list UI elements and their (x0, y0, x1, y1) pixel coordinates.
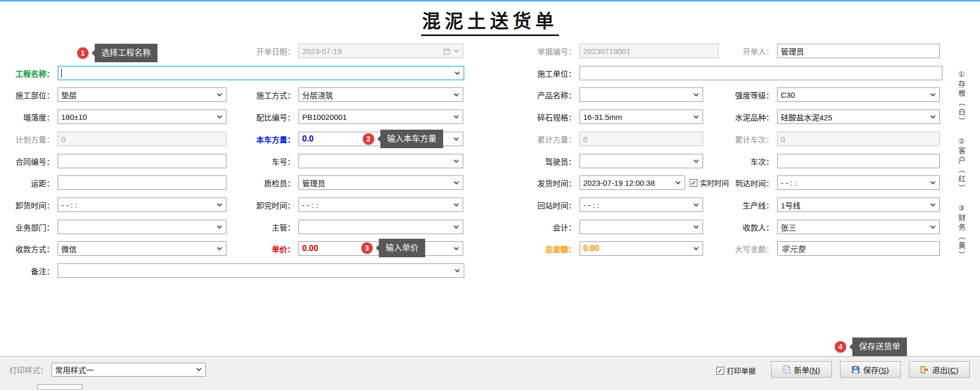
print-style-value: 常用样式一 (55, 364, 94, 375)
field-production-line: 生产线： 1号线 (705, 198, 940, 212)
field-unload-done-time: 卸完时间： - - : : (225, 198, 463, 212)
exit-button-text: 退出(C) (932, 364, 958, 375)
driver-select[interactable] (580, 154, 703, 168)
payment-method-select[interactable]: 微信 (58, 241, 226, 256)
chevron-down-icon (217, 245, 222, 251)
field-construction-unit: 施工单位： (509, 66, 942, 80)
field-contract-no: 合同编号： (1, 154, 226, 168)
field-business-dept: 业务部门： (1, 220, 226, 234)
chevron-down-icon (694, 202, 699, 207)
planned-volume-input[interactable]: 0 (58, 132, 226, 146)
gravel-spec-value: 16-31.5mm (583, 113, 622, 121)
production-line-label: 生产线： (705, 200, 777, 210)
cum-volume-input[interactable]: 0 (580, 132, 703, 146)
total-amount-label: 总金额： (509, 243, 580, 254)
chevron-down-icon (455, 268, 460, 273)
field-trip-no: 车次： (705, 154, 940, 168)
strength-grade-select[interactable]: C30 (777, 87, 940, 102)
new-doc-button[interactable]: 新单(N) (771, 361, 832, 378)
mix-ratio-no-value: PB10020001 (302, 113, 347, 121)
save-button[interactable]: 保存(S) (840, 361, 901, 378)
save-button-text: 保存(S) (863, 364, 889, 375)
copy-note-stub: ①存根（白） (956, 70, 967, 127)
remark-select[interactable] (58, 263, 464, 278)
field-unload-time: 卸货时间： - - : : (1, 198, 226, 212)
chevron-down-icon (931, 202, 936, 207)
issuer-value: 管理员 (781, 46, 804, 57)
truck-no-select[interactable] (299, 154, 463, 168)
product-name-select[interactable] (580, 87, 703, 102)
exit-button[interactable]: 退出(C) (909, 361, 970, 378)
chevron-down-icon (676, 180, 681, 185)
supervisor-select[interactable] (299, 220, 463, 234)
chevron-down-icon (931, 180, 936, 185)
amount-words-input[interactable]: 零元整 (777, 241, 940, 256)
construction-part-label: 施工部位： (1, 90, 58, 100)
chevron-down-icon (454, 114, 459, 119)
issue-date-label: 开单日期： (225, 46, 299, 57)
gravel-spec-select[interactable]: 16-31.5mm (580, 110, 703, 124)
construction-method-select[interactable]: 分层浇筑 (299, 87, 463, 102)
trip-no-input[interactable] (777, 154, 940, 168)
chevron-down-icon (454, 92, 459, 97)
checkbox-checked-icon: ✓ (690, 179, 697, 187)
field-return-time: 回站时间： - - : : (509, 198, 703, 212)
construction-unit-input[interactable] (580, 66, 942, 80)
strength-grade-value: C30 (781, 91, 795, 99)
ship-time-select[interactable]: 2023-07-19 12:00:38 (580, 175, 685, 190)
checkbox-checked-icon: ✓ (716, 367, 724, 375)
construction-part-select[interactable]: 垫层 (58, 87, 226, 102)
slump-select[interactable]: 180±10 (58, 110, 226, 124)
contract-no-input[interactable] (58, 154, 226, 168)
distance-input[interactable] (58, 175, 226, 190)
strength-grade-label: 强度等级： (705, 90, 777, 100)
inspector-select[interactable]: 管理员 (299, 175, 463, 190)
print-style-select[interactable]: 常用样式一 (51, 363, 206, 377)
field-total-amount: 总金额： 0.00 (509, 241, 703, 256)
cum-trips-input[interactable]: 0 (777, 132, 940, 146)
field-cement-type: 水泥品种： 硅酸盐水泥425 (705, 110, 940, 124)
business-dept-select[interactable] (58, 220, 226, 234)
field-driver: 驾驶员： (509, 154, 703, 168)
unload-time-select[interactable]: - - : : (58, 198, 226, 212)
unload-time-value: - - : : (61, 201, 77, 209)
field-inspector: 质检员： 管理员 (225, 175, 463, 190)
field-amount-words: 大写金额： 零元整 (705, 241, 940, 256)
cum-volume-value: 0 (583, 135, 587, 144)
cum-volume-label: 累计方量： (509, 134, 580, 145)
doc-no-value: 20230719001 (583, 47, 631, 56)
payee-select[interactable]: 张三 (777, 220, 940, 234)
cement-type-select[interactable]: 硅酸盐水泥425 (777, 110, 940, 124)
issue-date-value: 2023-07-19 (302, 47, 450, 56)
mix-ratio-no-select[interactable]: PB10020001 (299, 110, 463, 124)
field-issuer: 开单人： 管理员 (705, 44, 940, 58)
issue-date-picker[interactable]: 2023-07-19 (299, 44, 463, 58)
production-line-select[interactable]: 1号线 (777, 198, 940, 212)
return-time-select[interactable]: - - : : (580, 198, 703, 212)
project-name-label: 工程名称： (1, 68, 58, 79)
total-amount-select[interactable]: 0.00 (580, 241, 703, 256)
unit-price-value: 0.00 (302, 244, 318, 253)
planned-volume-label: 计划方量： (1, 134, 58, 145)
print-doc-checkbox[interactable]: ✓ 打印单据 (716, 363, 756, 378)
tour-step-2-tooltip: 输入本车方量 (380, 130, 443, 148)
accountant-select[interactable] (580, 220, 703, 234)
chevron-down-icon (454, 158, 459, 163)
unload-done-time-select[interactable]: - - : : (299, 198, 463, 212)
tour-step-2-number: 2 (366, 135, 371, 143)
truck-volume-value: 0.0 (302, 134, 313, 144)
issuer-input[interactable]: 管理员 (777, 44, 940, 58)
ship-time-label: 发货时间： (509, 178, 580, 188)
amount-words-label: 大写金额： (705, 243, 777, 254)
tour-step-1-badge: 1 (77, 47, 89, 59)
doc-no-input[interactable]: 20230719001 (580, 44, 719, 58)
arrive-time-select[interactable]: - - : : (777, 175, 940, 190)
chevron-down-icon (454, 136, 459, 141)
checkmark-icon: ✓ (717, 367, 723, 374)
calendar-icon (443, 48, 450, 55)
arrive-time-label: 到达时间： (705, 178, 777, 188)
payee-value: 张三 (781, 222, 796, 233)
project-name-select[interactable] (58, 66, 464, 80)
chevron-down-icon (454, 245, 459, 251)
print-style-label: 打印样式： (6, 364, 51, 375)
